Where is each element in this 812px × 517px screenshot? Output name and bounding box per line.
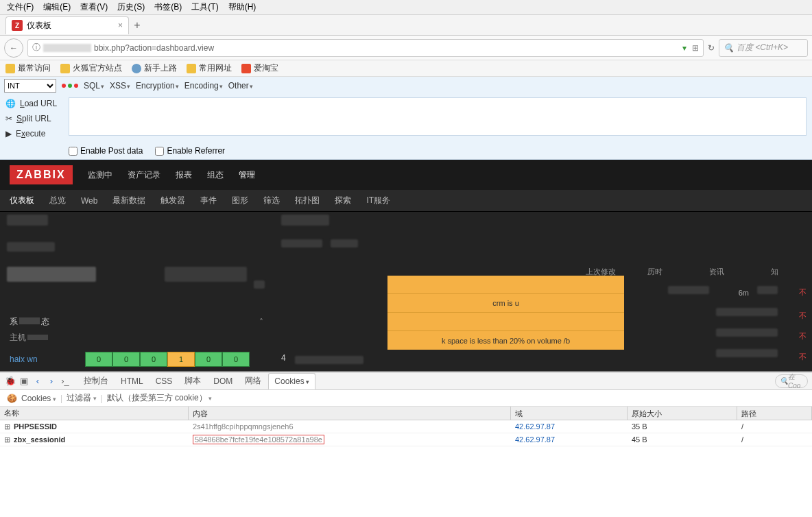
cookie-row[interactable]: ⊞zbx_sessionid 584868be7fcfe19fe4e108572… (0, 433, 812, 446)
menu-tools[interactable]: 工具(T) (187, 0, 222, 14)
host-name-link[interactable]: haix wn (10, 354, 85, 364)
url-blur (43, 44, 91, 52)
subnav-graphs[interactable]: 图形 (232, 195, 248, 206)
alert-row[interactable] (387, 313, 624, 331)
hackbar-menu-other[interactable]: Other (228, 81, 253, 91)
bookmark-firefox-official[interactable]: 火狐官方站点 (60, 62, 122, 74)
alert-table: crm is u k space is less than 20% on vol… (387, 276, 624, 350)
nav-config[interactable]: 组态 (207, 170, 224, 180)
devtools-tab-console[interactable]: 控制台 (78, 372, 114, 389)
devtools-tab-network[interactable]: 网络 (239, 372, 267, 389)
browser-tab[interactable]: Z 仪表板 × (5, 16, 129, 34)
hackbar-split-url[interactable]: ✂Split URL (5, 114, 63, 123)
system-status-widget: 系态 ˄ 主机 (10, 313, 263, 345)
status-cell[interactable]: 0 (85, 352, 112, 367)
cookies-panel-icon[interactable]: 🍪 (7, 394, 17, 403)
info-icon: ⓘ (32, 42, 40, 53)
subnav-web[interactable]: Web (81, 196, 97, 206)
bookmark-common-urls[interactable]: 常用网址 (187, 62, 232, 74)
status-cell-warn[interactable]: 1 (167, 352, 195, 367)
status-cell[interactable]: 0 (140, 352, 167, 367)
bookmark-aitaobao[interactable]: 爱淘宝 (241, 62, 278, 74)
nav-back-button[interactable]: ← (4, 38, 23, 58)
menu-history[interactable]: 历史(S) (113, 0, 149, 14)
hackbar-check-referrer[interactable]: Enable Referrer (155, 146, 225, 156)
cookies-table-header: 名称 内容 域 原始大小 路径 (0, 407, 812, 420)
devtools-subbar: 🍪 Cookies | 过滤器 | 默认（接受第三方 cookie） (0, 390, 812, 407)
hackbar-execute[interactable]: ▶Execute (5, 129, 63, 139)
alert-row[interactable]: k space is less than 20% on volume /b (387, 331, 624, 350)
search-placeholder: 百度 <Ctrl+K> (737, 42, 788, 53)
menu-view[interactable]: 查看(V) (76, 0, 112, 14)
host-row: haix wn 0 0 0 1 0 0 (10, 352, 270, 367)
menu-edit[interactable]: 编辑(E) (39, 0, 75, 14)
zabbix-subnav: 仪表板 总览 Web 最新数据 触发器 事件 图形 筛选 拓扑图 探索 IT服务 (0, 190, 812, 212)
subnav-dashboard[interactable]: 仪表板 (10, 195, 34, 206)
chevron-up-icon[interactable]: ˄ (259, 317, 263, 327)
status-cell[interactable]: 0 (195, 352, 222, 367)
hackbar-menu-sql[interactable]: SQL (84, 81, 104, 91)
subnav-latest[interactable]: 最新数据 (112, 195, 145, 206)
devtools-tab-dom[interactable]: DOM (208, 374, 238, 389)
cookies-dropdown[interactable]: Cookies (21, 394, 56, 403)
search-icon: 🔍 (780, 377, 788, 385)
new-tab-button[interactable]: + (129, 17, 145, 34)
shield-icon: ▾ (682, 43, 686, 53)
os-menubar: 文件(F) 编辑(E) 查看(V) 历史(S) 书签(B) 工具(T) 帮助(H… (0, 0, 812, 15)
tab-close-icon[interactable]: × (118, 21, 123, 30)
bug-icon[interactable]: 🐞 (4, 375, 16, 387)
subnav-itservices[interactable]: IT服务 (366, 195, 390, 206)
menu-bookmarks[interactable]: 书签(B) (150, 0, 186, 14)
highlighted-value: 584868be7fcfe19fe4e108572a81a98e (193, 435, 324, 444)
devtools-tab-cookies[interactable]: Cookies (268, 373, 315, 389)
devtools-tab-html[interactable]: HTML (115, 374, 149, 389)
alert-flag: 不 (799, 331, 807, 341)
bookmark-newbie[interactable]: 新手上路 (132, 62, 177, 74)
devtools-tab-css[interactable]: CSS (150, 374, 178, 389)
reload-icon[interactable]: ↻ (708, 43, 715, 53)
hackbar-textarea[interactable] (69, 97, 807, 136)
expand-icon[interactable]: ⊞ (4, 422, 11, 431)
alert-row[interactable]: crm is u (387, 294, 624, 313)
hackbar-menu-encryption[interactable]: Encryption (136, 81, 179, 91)
zabbix-topnav: ZABBIX 监测中 资产记录 报表 组态 管理 (0, 160, 812, 190)
subnav-triggers[interactable]: 触发器 (160, 195, 185, 206)
bookmark-most-visited[interactable]: 最常访问 (5, 62, 51, 74)
alert-row[interactable] (387, 276, 624, 294)
nav-admin[interactable]: 管理 (239, 170, 255, 180)
duration-value: 6m (739, 289, 749, 297)
console-icon[interactable]: ›_ (59, 375, 71, 387)
status-cell[interactable]: 0 (112, 352, 140, 367)
grid-icon[interactable]: ⊞ (692, 43, 699, 53)
url-field[interactable]: ⓘ bbix.php?action=dashboard.view ▾ ⊞ (27, 39, 704, 57)
filter-dropdown[interactable]: 过滤器 (67, 392, 97, 404)
search-box[interactable]: 🔍 百度 <Ctrl+K> (719, 39, 808, 57)
hackbar-type-select[interactable]: INT (4, 79, 56, 93)
nav-next-icon[interactable]: › (45, 375, 58, 387)
devtools-panel: 🐞 ▣ ‹ › ›_ 控制台 HTML CSS 脚本 DOM 网络 Cookie… (0, 371, 812, 446)
nav-reports[interactable]: 报表 (176, 170, 192, 180)
traffic-dots (62, 84, 78, 88)
expand-icon[interactable]: ⊞ (4, 435, 11, 444)
tab-favicon: Z (12, 20, 23, 31)
nav-prev-icon[interactable]: ‹ (32, 375, 44, 387)
hackbar-load-url[interactable]: 🌐Load URL (5, 99, 63, 108)
menu-file[interactable]: 文件(F) (3, 0, 38, 14)
subnav-overview[interactable]: 总览 (49, 195, 66, 206)
inspect-icon[interactable]: ▣ (18, 375, 30, 387)
status-cell[interactable]: 0 (222, 352, 250, 367)
hackbar-menu-encoding[interactable]: Encoding (184, 81, 223, 91)
menu-help[interactable]: 帮助(H) (224, 0, 261, 14)
cookie-row[interactable]: ⊞PHPSESSID 2s41hffg8cpihppqmngsjeneh6 42… (0, 420, 812, 433)
nav-inventory[interactable]: 资产记录 (128, 170, 160, 180)
devtools-tab-scripts[interactable]: 脚本 (179, 372, 206, 389)
default-dropdown[interactable]: 默认（接受第三方 cookie） (107, 392, 213, 404)
devtools-search[interactable]: 🔍在 Coo (775, 374, 808, 388)
subnav-events[interactable]: 事件 (200, 195, 217, 206)
nav-monitoring[interactable]: 监测中 (88, 170, 112, 180)
subnav-maps[interactable]: 拓扑图 (295, 195, 320, 206)
subnav-filter[interactable]: 筛选 (263, 195, 280, 206)
hackbar-menu-xss[interactable]: XSS (110, 81, 130, 91)
subnav-discovery[interactable]: 探索 (335, 195, 351, 206)
hackbar-check-post[interactable]: Enable Post data (69, 146, 143, 156)
